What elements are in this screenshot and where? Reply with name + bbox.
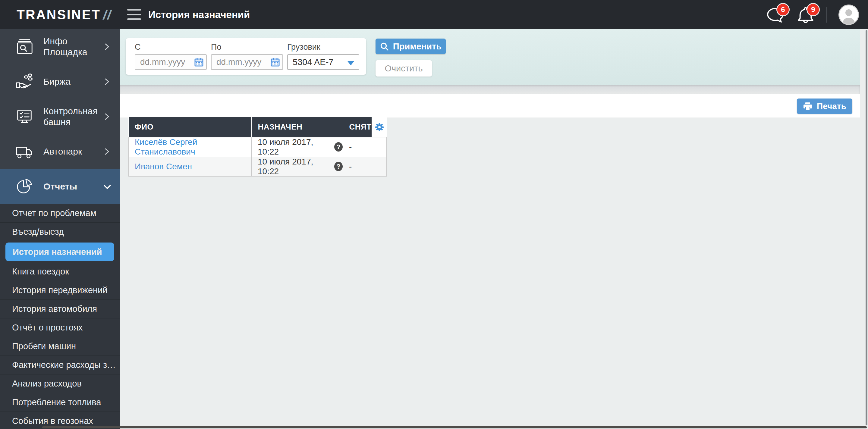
caret-down-icon <box>347 61 354 65</box>
report-menu-item[interactable]: Пробеги машин <box>0 337 120 356</box>
messages-button[interactable]: 6 <box>766 5 785 24</box>
truck-select-value: 5304 AE-7 <box>293 57 333 67</box>
help-icon[interactable]: ? <box>334 162 343 171</box>
reports-submenu: Отчет по проблемам Въезд/выезд История н… <box>0 204 120 429</box>
brand-logo-slashes: // <box>103 7 112 22</box>
report-menu-item-label: Пробеги машин <box>12 341 76 351</box>
filter-section: С <box>120 29 860 85</box>
pie-chart-icon <box>15 177 34 196</box>
clear-button-label: Очистить <box>384 64 423 73</box>
sidebar-item-label: Автопарк <box>43 146 101 157</box>
report-menu-item[interactable]: Книга поездок <box>0 262 120 281</box>
sidebar-item-label: Отчеты <box>43 181 101 192</box>
report-menu-item-label: История автомобиля <box>12 304 97 314</box>
date-to-input[interactable] <box>211 54 283 70</box>
report-menu-item-label: Потребление топлива <box>12 397 101 407</box>
main-content: С <box>120 29 868 429</box>
date-from-field: С <box>135 42 207 75</box>
report-menu-item-label: Въезд/выезд <box>12 227 64 237</box>
chevron-right-icon <box>103 113 111 120</box>
column-header-fio[interactable]: ФИО <box>129 117 252 137</box>
report-menu-item[interactable]: Фактические расходы з… <box>0 356 120 374</box>
header-divider <box>827 7 827 23</box>
assignments-table: ФИО НАЗНАЧЕН СНЯТ <box>128 117 387 176</box>
chevron-right-icon <box>103 43 111 50</box>
assigned-date: 10 июля 2017, 10:22 <box>258 157 330 176</box>
brand-logo-text: TRANSINET <box>17 7 101 22</box>
report-menu-item[interactable]: История автомобиля <box>0 300 120 319</box>
report-menu-item[interactable]: Въезд/выезд <box>0 223 120 241</box>
report-menu-item[interactable]: История передвижений <box>0 281 120 300</box>
apply-button[interactable]: Применить <box>375 39 446 54</box>
horizontal-scrollbar[interactable] <box>42 426 867 428</box>
table-header-row: ФИО НАЗНАЧЕН СНЯТ <box>129 117 387 137</box>
report-menu-item[interactable]: Потребление топлива <box>0 393 120 412</box>
print-button-label: Печать <box>817 102 846 111</box>
apply-button-label: Применить <box>393 41 441 52</box>
sidebar-item-birzha[interactable]: Биржа <box>0 64 120 99</box>
section-separator <box>120 85 860 94</box>
date-from-input[interactable] <box>135 54 207 70</box>
sidebar-item-label: Инфо Площадка <box>43 36 101 58</box>
table-row: Киселёв Сергей Станиславович 10 июля 201… <box>129 137 387 157</box>
removed-value: - <box>343 137 387 157</box>
user-avatar[interactable] <box>838 4 859 25</box>
report-menu-item-label: История передвижений <box>12 285 107 295</box>
truck-icon <box>15 142 34 161</box>
app-window: TRANSINET // История назначений 6 9 <box>0 0 868 429</box>
toolbar-band <box>120 94 860 118</box>
report-menu-item-label: Анализ расходов <box>12 379 82 389</box>
help-icon[interactable]: ? <box>334 142 343 152</box>
vertical-scrollbar[interactable] <box>866 30 867 425</box>
clear-button[interactable]: Очистить <box>375 60 432 76</box>
sidebar-item-label: Контрольная башня <box>43 106 101 127</box>
report-menu-item-active[interactable]: История назначений <box>5 242 114 261</box>
gear-icon <box>374 122 384 132</box>
sidebar-navigation: Инфо Площадка Биржа <box>0 29 120 429</box>
report-menu-item-label: Книга поездок <box>12 267 69 276</box>
removed-value: - <box>343 157 387 176</box>
date-to-field: По <box>211 42 283 75</box>
report-menu-item-label: История назначений <box>13 247 102 257</box>
printer-icon <box>803 102 812 111</box>
date-from-label: С <box>135 42 207 52</box>
chevron-right-icon <box>103 148 111 155</box>
report-menu-item-label: Отчет по проблемам <box>12 208 96 218</box>
report-menu-item-label: Фактические расходы з… <box>12 360 116 370</box>
truck-select[interactable]: 5304 AE-7 <box>287 54 359 70</box>
sidebar-item-info-ploshchadka[interactable]: Инфо Площадка <box>0 29 120 64</box>
sidebar-item-avtopark[interactable]: Автопарк <box>0 134 120 169</box>
report-menu-item[interactable]: Анализ расходов <box>0 374 120 393</box>
truck-label: Грузовик <box>287 42 359 52</box>
driver-link[interactable]: Иванов Семен <box>135 162 192 171</box>
table-row: Иванов Семен 10 июля 2017, 10:22 ? - <box>129 157 387 176</box>
chevron-right-icon <box>103 78 111 85</box>
report-menu-item[interactable]: Отчет по проблемам <box>0 204 120 223</box>
report-menu-item-label: События в геозонах <box>12 416 93 426</box>
truck-field: Грузовик 5304 AE-7 <box>287 42 359 75</box>
table-settings-button[interactable] <box>372 117 387 137</box>
sidebar-item-label: Биржа <box>43 76 101 87</box>
notifications-badge: 9 <box>807 3 820 16</box>
hand-coins-icon <box>15 72 34 91</box>
filter-card: С <box>126 38 366 75</box>
chevron-down-icon <box>103 183 111 190</box>
checklist-monitor-icon <box>15 107 34 126</box>
column-header-assigned[interactable]: НАЗНАЧЕН <box>252 117 343 137</box>
print-button[interactable]: Печать <box>797 99 852 114</box>
sidebar-item-otchety[interactable]: Отчеты <box>0 169 120 204</box>
menu-toggle-button[interactable] <box>127 8 142 21</box>
messages-badge: 6 <box>776 3 789 16</box>
top-header-bar: TRANSINET // История назначений 6 9 <box>0 0 868 29</box>
person-icon <box>839 5 858 24</box>
brand-logo[interactable]: TRANSINET // <box>17 0 112 29</box>
date-to-label: По <box>211 42 283 52</box>
report-menu-item[interactable]: Отчёт о простоях <box>0 319 120 337</box>
assigned-date: 10 июля 2017, 10:22 <box>258 137 330 157</box>
notifications-button[interactable]: 9 <box>796 5 815 24</box>
sidebar-item-kontrolnaya-bashnya[interactable]: Контрольная башня <box>0 99 120 134</box>
page-title: История назначений <box>148 0 250 29</box>
column-header-removed[interactable]: СНЯТ <box>343 117 372 137</box>
driver-link[interactable]: Киселёв Сергей Станиславович <box>135 137 197 156</box>
report-menu-item-label: Отчёт о простоях <box>12 323 83 333</box>
